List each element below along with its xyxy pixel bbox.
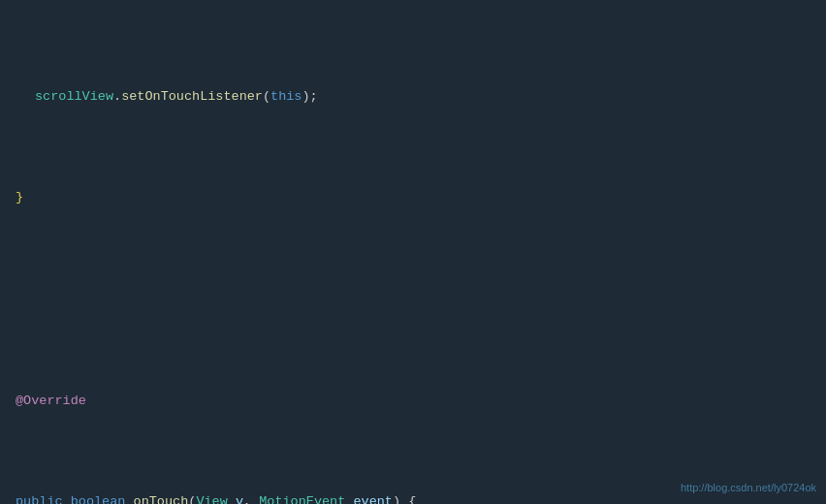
code-line-1: scrollView.setOnTouchListener(this); bbox=[16, 87, 826, 108]
code-editor: scrollView.setOnTouchListener(this); } @… bbox=[0, 0, 826, 504]
code-line-2: } bbox=[16, 188, 826, 208]
code-line-4: @Override bbox=[16, 392, 826, 412]
var-scrollview-1: scrollView bbox=[35, 89, 113, 104]
code-line-3 bbox=[16, 290, 826, 310]
watermark: http://blog.csdn.net/ly0724ok bbox=[681, 480, 816, 496]
